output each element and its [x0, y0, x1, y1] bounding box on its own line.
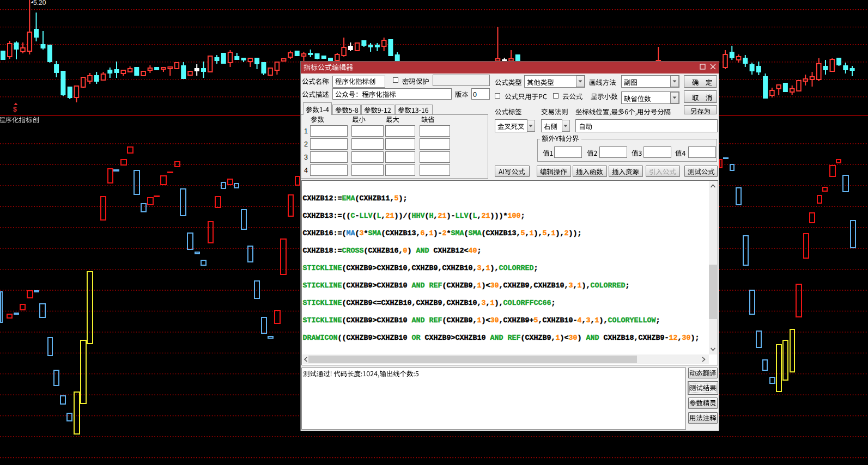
svg-text:CXHZB12:=EMA(CXHZB11,5);: CXHZB12:=EMA(CXHZB11,5);	[303, 194, 408, 203]
svg-text:STICKLINE(CXHZB9>CXHZB10 AND R: STICKLINE(CXHZB9>CXHZB10 AND REF(CXHZB9,…	[303, 316, 660, 325]
svg-text:CXHZB18:=CROSS(CXHZB16,0) AND: CXHZB18:=CROSS(CXHZB16,0) AND CXHZB12<40…	[303, 247, 482, 255]
svg-text:DRAWICON((CXHZB9>CXHZB10 OR CX: DRAWICON((CXHZB9>CXHZB10 OR CXHZB9>CXHZB…	[303, 334, 700, 342]
svg-text:3: 3	[304, 154, 308, 161]
svg-text:STICKLINE(CXHZB9>CXHZB10,CXHZB: STICKLINE(CXHZB9>CXHZB10,CXHZB9,CXHZB10,…	[303, 264, 538, 272]
svg-text:1: 1	[304, 127, 308, 135]
svg-text:0: 0	[473, 91, 477, 99]
svg-text:4: 4	[304, 167, 308, 174]
svg-text:STICKLINE(CXHZB9<=CXHZB10,CXHZ: STICKLINE(CXHZB9<=CXHZB10,CXHZB9,CXHZB10…	[303, 299, 556, 307]
svg-text:STICKLINE(CXHZB9>CXHZB10 AND R: STICKLINE(CXHZB9>CXHZB10 AND REF(CXHZB9,…	[303, 282, 630, 290]
svg-text:CXHZB16:=(MA(3*SMA(CXHZB13,6,1: CXHZB16:=(MA(3*SMA(CXHZB13,6,1)-2*SMA(SM…	[303, 229, 582, 237]
svg-text:CXHZB13:=((C-LLV(L,21))/(HHV(H: CXHZB13:=((C-LLV(L,21))/(HHV(H,21)-LLV(L…	[303, 212, 525, 220]
svg-text:2: 2	[304, 140, 308, 148]
